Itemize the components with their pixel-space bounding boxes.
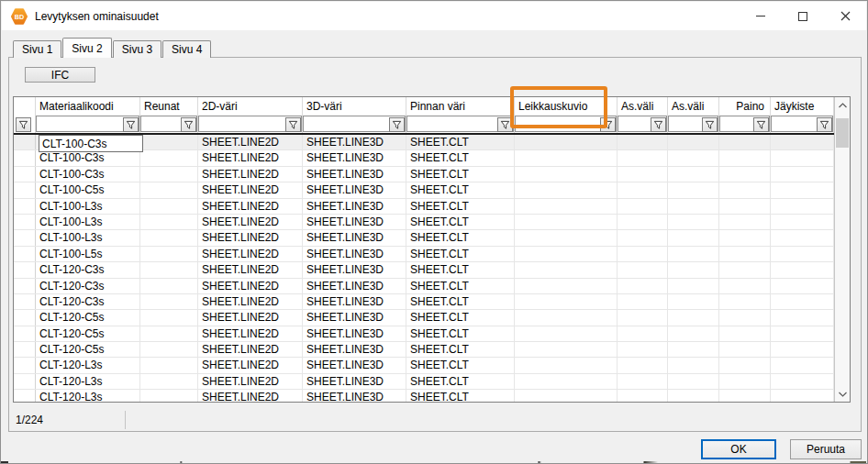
cell-3d-vari[interactable]: SHEET.LINE3D [303,135,406,149]
cell-as-vali-1[interactable] [618,150,668,165]
cell-leikkauskuvio[interactable] [515,326,618,341]
cell-reunat[interactable] [140,182,198,197]
cell-pinnan-vari[interactable]: SHEET.CLT [406,182,515,197]
cell-reunat[interactable] [140,135,198,149]
cell-materiaalikoodi[interactable]: CLT-120-L3s [36,390,140,403]
editing-cell-input[interactable] [39,135,140,149]
cell-as-vali-2[interactable] [668,279,719,293]
ifc-button[interactable]: IFC [25,67,95,83]
cell-as-vali-2[interactable] [668,358,719,372]
cell-2d-vari[interactable]: SHEET.LINE2D [198,150,303,165]
cell-pinnan-vari[interactable]: SHEET.CLT [406,135,515,149]
table-row[interactable]: CLT-120-C3sSHEET.LINE2DSHEET.LINE3DSHEET… [14,279,834,294]
cell-leikkauskuvio[interactable] [515,374,618,389]
row-header-cell[interactable] [14,326,36,341]
cell-3d-vari[interactable]: SHEET.LINE3D [303,358,406,372]
cell-leikkauskuvio[interactable] [515,247,618,261]
cell-materiaalikoodi[interactable]: CLT-100-L3s [36,230,140,245]
row-header-cell[interactable] [14,279,36,293]
cell-pinnan-vari[interactable]: SHEET.CLT [406,279,515,293]
table-row[interactable]: CLT-100-L3sSHEET.LINE2DSHEET.LINE3DSHEET… [14,199,834,215]
cell-jaykiste[interactable] [771,199,834,214]
row-header-cell[interactable] [14,167,36,182]
cell-materiaalikoodi[interactable]: CLT-120-C5s [36,310,140,325]
table-row[interactable]: CLT-120-C5sSHEET.LINE2DSHEET.LINE3DSHEET… [14,310,834,326]
cell-paino[interactable] [719,326,771,341]
cell-3d-vari[interactable]: SHEET.LINE3D [303,342,406,357]
cell-materiaalikoodi[interactable]: CLT-120-C5s [36,342,140,357]
cell-as-vali-2[interactable] [668,135,719,149]
cell-2d-vari[interactable]: SHEET.LINE2D [198,342,303,357]
filter-button-materiaalikoodi[interactable] [123,117,139,132]
column-header-as-vali-1[interactable]: As.väli [618,97,668,116]
cell-2d-vari[interactable]: SHEET.LINE2D [198,310,303,325]
cell-reunat[interactable] [140,150,198,165]
ok-button[interactable]: OK [701,439,776,459]
cell-materiaalikoodi[interactable]: CLT-120-L3s [36,358,140,372]
cell-as-vali-2[interactable] [668,247,719,261]
cell-as-vali-1[interactable] [618,247,668,261]
cell-as-vali-1[interactable] [618,215,668,229]
cell-materiaalikoodi[interactable]: CLT-100-C3s [36,167,140,182]
cell-jaykiste[interactable] [771,215,834,229]
cell-jaykiste[interactable] [771,374,834,389]
cell-reunat[interactable] [140,310,198,325]
cell-pinnan-vari[interactable]: SHEET.CLT [406,358,515,372]
cell-as-vali-1[interactable] [618,279,668,293]
cell-3d-vari[interactable]: SHEET.LINE3D [303,310,406,325]
cell-as-vali-1[interactable] [618,182,668,197]
cell-materiaalikoodi[interactable]: CLT-100-L5s [36,247,140,261]
tab-sivu-3[interactable]: Sivu 3 [113,40,161,58]
cell-jaykiste[interactable] [771,358,834,372]
row-header-cell[interactable] [14,215,36,229]
cell-materiaalikoodi[interactable]: CLT-120-C3s [36,279,140,293]
cell-as-vali-2[interactable] [668,199,719,214]
cell-3d-vari[interactable]: SHEET.LINE3D [303,326,406,341]
cell-leikkauskuvio[interactable] [515,230,618,245]
filter-button-paino[interactable] [753,117,769,132]
cell-as-vali-1[interactable] [618,310,668,325]
cell-2d-vari[interactable]: SHEET.LINE2D [198,374,303,389]
column-header-reunat[interactable]: Reunat [140,97,198,116]
row-header-cell[interactable] [14,358,36,372]
cell-pinnan-vari[interactable]: SHEET.CLT [406,390,515,403]
cell-jaykiste[interactable] [771,294,834,309]
cell-2d-vari[interactable]: SHEET.LINE2D [198,390,303,403]
cell-leikkauskuvio[interactable] [515,294,618,309]
cell-3d-vari[interactable]: SHEET.LINE3D [303,167,406,182]
cell-reunat[interactable] [140,279,198,293]
scroll-up-button[interactable] [835,97,850,113]
cell-jaykiste[interactable] [771,342,834,357]
row-header-cell[interactable] [14,310,36,325]
filter-button-pinnan-vari[interactable] [497,117,513,132]
maximize-button[interactable] [782,2,824,30]
cell-reunat[interactable] [140,215,198,229]
cell-as-vali-1[interactable] [618,390,668,403]
cell-as-vali-2[interactable] [668,294,719,309]
cell-as-vali-1[interactable] [618,358,668,372]
cell-2d-vari[interactable]: SHEET.LINE2D [198,262,303,277]
cell-materiaalikoodi[interactable]: CLT-120-C3s [36,262,140,277]
table-row[interactable]: CLT-120-C5sSHEET.LINE2DSHEET.LINE3DSHEET… [14,342,834,358]
cell-leikkauskuvio[interactable] [515,310,618,325]
cell-jaykiste[interactable] [771,182,834,197]
cell-jaykiste[interactable] [771,279,834,293]
cell-leikkauskuvio[interactable] [515,135,618,149]
cell-materiaalikoodi[interactable]: CLT-100-L3s [36,199,140,214]
scroll-thumb[interactable] [836,118,849,148]
row-header-cell[interactable] [14,374,36,389]
cell-leikkauskuvio[interactable] [515,262,618,277]
row-header-cell[interactable] [14,247,36,261]
minimize-button[interactable] [740,2,782,30]
tab-sivu-2[interactable]: Sivu 2 [62,38,111,58]
cell-materiaalikoodi[interactable]: CLT-100-L3s [36,215,140,229]
cell-3d-vari[interactable]: SHEET.LINE3D [303,230,406,245]
cell-as-vali-1[interactable] [618,167,668,182]
cell-2d-vari[interactable]: SHEET.LINE2D [198,294,303,309]
filter-button-row-header[interactable] [16,117,31,132]
table-row[interactable]: CLT-120-C3sSHEET.LINE2DSHEET.LINE3DSHEET… [14,262,834,278]
table-row[interactable]: CLT-120-C5sSHEET.LINE2DSHEET.LINE3DSHEET… [14,326,834,342]
cell-3d-vari[interactable]: SHEET.LINE3D [303,262,406,277]
cell-materiaalikoodi[interactable]: CLT-100-C5s [36,182,140,197]
cell-as-vali-2[interactable] [668,167,719,182]
